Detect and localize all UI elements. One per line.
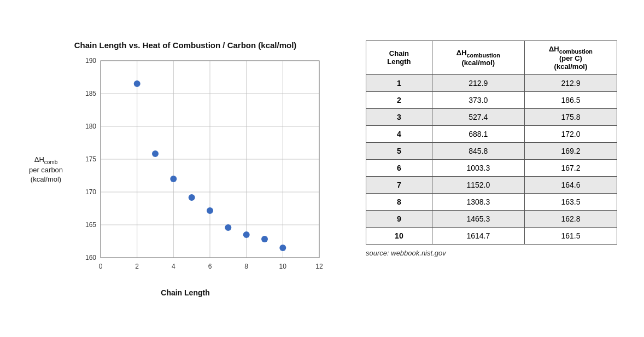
data-point-8 (243, 231, 250, 238)
cell-chain: 1 (366, 75, 432, 92)
table-row: 9 1465.3 162.8 (366, 211, 617, 228)
svg-text:170: 170 (85, 188, 96, 196)
cell-chain: 9 (366, 211, 432, 228)
cell-combustion: 373.0 (432, 92, 524, 109)
cell-combustion: 527.4 (432, 109, 524, 126)
source-text: source: webbook.nist.gov (366, 249, 617, 257)
cell-combustion: 845.8 (432, 143, 524, 160)
svg-text:185: 185 (85, 90, 96, 97)
cell-chain: 3 (366, 109, 432, 126)
cell-per-c: 169.2 (524, 143, 617, 160)
svg-text:160: 160 (85, 254, 96, 262)
y-label-delta: ΔHcomb (34, 155, 58, 166)
table-row: 7 1152.0 164.6 (366, 177, 617, 194)
chart-title: Chain Length vs. Heat of Combustion / Ca… (74, 40, 297, 50)
th-delta-h-combustion: ΔHcombustion(kcal/mol) (432, 40, 524, 75)
chart-section: Chain Length vs. Heat of Combustion / Ca… (27, 40, 344, 297)
svg-text:180: 180 (85, 123, 96, 130)
cell-per-c: 164.6 (524, 177, 617, 194)
cell-combustion: 688.1 (432, 126, 524, 143)
scatter-plot: 190 185 180 175 170 165 160 0 2 4 6 8 10… (65, 55, 344, 285)
cell-per-c: 161.5 (524, 228, 617, 245)
table-row: 10 1614.7 161.5 (366, 228, 617, 245)
cell-chain: 8 (366, 194, 432, 211)
y-label-unit: (kcal/mol) (31, 175, 61, 184)
data-point-4 (170, 176, 177, 182)
cell-combustion: 1614.7 (432, 228, 524, 245)
svg-text:175: 175 (85, 155, 96, 163)
table-row: 3 527.4 175.8 (366, 109, 617, 126)
data-point-2 (134, 80, 140, 87)
chart-area: ΔHcomb per carbon (kcal/mol) (27, 55, 344, 285)
cell-chain: 6 (366, 160, 432, 177)
data-point-5 (189, 194, 195, 201)
cell-combustion: 1308.3 (432, 194, 524, 211)
th-chain-length: ChainLength (366, 40, 432, 75)
table-row: 5 845.8 169.2 (366, 143, 617, 160)
cell-combustion: 1465.3 (432, 211, 524, 228)
th-delta-h-per-c: ΔHcombustion(per C)(kcal/mol) (524, 40, 617, 75)
cell-combustion: 1152.0 (432, 177, 524, 194)
data-point-6 (207, 207, 213, 214)
data-point-7 (225, 224, 231, 231)
x-axis-label: Chain Length (161, 288, 209, 297)
cell-chain: 4 (366, 126, 432, 143)
cell-chain: 2 (366, 92, 432, 109)
cell-combustion: 212.9 (432, 75, 524, 92)
cell-chain: 7 (366, 177, 432, 194)
svg-text:2: 2 (135, 263, 139, 270)
cell-per-c: 212.9 (524, 75, 617, 92)
svg-text:12: 12 (315, 263, 323, 270)
data-point-9 (261, 236, 268, 242)
cell-per-c: 163.5 (524, 194, 617, 211)
main-container: Chain Length vs. Heat of Combustion / Ca… (10, 30, 634, 308)
svg-text:165: 165 (85, 221, 96, 229)
chart-box: 190 185 180 175 170 165 160 0 2 4 6 8 10… (65, 55, 344, 285)
data-point-3 (152, 150, 159, 157)
y-label-per-carbon: per carbon (29, 166, 63, 175)
table-row: 2 373.0 186.5 (366, 92, 617, 109)
table-row: 8 1308.3 163.5 (366, 194, 617, 211)
cell-per-c: 167.2 (524, 160, 617, 177)
data-table: ChainLength ΔHcombustion(kcal/mol) ΔHcom… (366, 40, 617, 245)
cell-per-c: 172.0 (524, 126, 617, 143)
table-row: 1 212.9 212.9 (366, 75, 617, 92)
svg-text:8: 8 (244, 263, 248, 270)
cell-per-c: 186.5 (524, 92, 617, 109)
table-section: ChainLength ΔHcombustion(kcal/mol) ΔHcom… (366, 40, 617, 258)
svg-text:4: 4 (172, 263, 175, 270)
cell-combustion: 1003.3 (432, 160, 524, 177)
cell-per-c: 162.8 (524, 211, 617, 228)
table-row: 4 688.1 172.0 (366, 126, 617, 143)
cell-per-c: 175.8 (524, 109, 617, 126)
svg-text:6: 6 (208, 263, 212, 270)
y-axis-label: ΔHcomb per carbon (kcal/mol) (27, 55, 65, 285)
cell-chain: 10 (366, 228, 432, 245)
cell-chain: 5 (366, 143, 432, 160)
svg-text:10: 10 (279, 263, 287, 270)
data-point-10 (279, 245, 286, 251)
svg-text:0: 0 (99, 263, 103, 270)
table-row: 6 1003.3 167.2 (366, 160, 617, 177)
svg-text:190: 190 (85, 57, 96, 65)
